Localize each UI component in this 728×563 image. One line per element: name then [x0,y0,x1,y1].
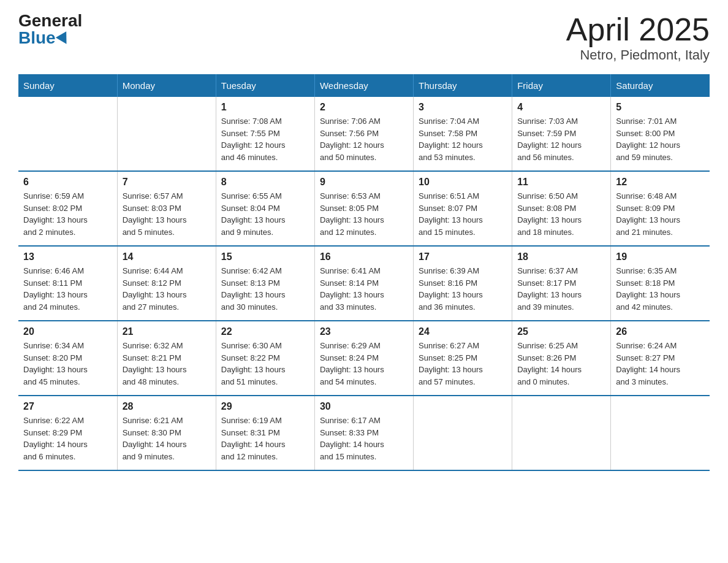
calendar-day: 25Sunrise: 6:25 AM Sunset: 8:26 PM Dayli… [512,321,611,396]
calendar-day: 19Sunrise: 6:35 AM Sunset: 8:18 PM Dayli… [611,246,710,321]
calendar-day: 18Sunrise: 6:37 AM Sunset: 8:17 PM Dayli… [512,246,611,321]
col-saturday: Saturday [611,74,710,97]
calendar-day [117,97,216,171]
col-monday: Monday [117,74,216,97]
day-number: 27 [23,401,112,412]
calendar-day: 21Sunrise: 6:32 AM Sunset: 8:21 PM Dayli… [117,321,216,396]
calendar-header: Sunday Monday Tuesday Wednesday Thursday… [18,74,710,97]
day-number: 20 [23,326,112,337]
day-detail: Sunrise: 6:34 AM Sunset: 8:20 PM Dayligh… [23,340,112,388]
calendar-day: 17Sunrise: 6:39 AM Sunset: 8:16 PM Dayli… [414,246,512,321]
day-number: 19 [616,251,705,262]
calendar-week-4: 20Sunrise: 6:34 AM Sunset: 8:20 PM Dayli… [18,321,710,396]
calendar-day: 6Sunrise: 6:59 AM Sunset: 8:02 PM Daylig… [18,171,117,246]
calendar-day: 8Sunrise: 6:55 AM Sunset: 8:04 PM Daylig… [216,171,314,246]
day-detail: Sunrise: 6:30 AM Sunset: 8:22 PM Dayligh… [221,340,309,388]
logo-triangle-icon [56,31,72,47]
calendar-day [18,97,117,171]
day-detail: Sunrise: 7:06 AM Sunset: 7:56 PM Dayligh… [320,115,408,163]
calendar-day: 14Sunrise: 6:44 AM Sunset: 8:12 PM Dayli… [117,246,216,321]
day-detail: Sunrise: 7:08 AM Sunset: 7:55 PM Dayligh… [221,115,309,163]
day-number: 14 [123,251,211,262]
logo: General Blue [18,12,82,47]
day-number: 22 [221,326,309,337]
calendar-week-3: 13Sunrise: 6:46 AM Sunset: 8:11 PM Dayli… [18,246,710,321]
day-detail: Sunrise: 6:39 AM Sunset: 8:16 PM Dayligh… [419,265,507,313]
calendar-day: 27Sunrise: 6:22 AM Sunset: 8:29 PM Dayli… [18,396,117,470]
day-detail: Sunrise: 6:27 AM Sunset: 8:25 PM Dayligh… [419,340,507,388]
day-number: 30 [320,401,408,412]
calendar-day: 1Sunrise: 7:08 AM Sunset: 7:55 PM Daylig… [216,97,314,171]
calendar-day: 13Sunrise: 6:46 AM Sunset: 8:11 PM Dayli… [18,246,117,321]
day-number: 11 [517,177,605,188]
day-number: 25 [517,326,605,337]
day-detail: Sunrise: 6:35 AM Sunset: 8:18 PM Dayligh… [616,265,705,313]
day-number: 12 [616,177,705,188]
day-number: 24 [419,326,507,337]
col-tuesday: Tuesday [216,74,314,97]
day-number: 17 [419,251,507,262]
calendar-day: 15Sunrise: 6:42 AM Sunset: 8:13 PM Dayli… [216,246,314,321]
logo-general-text: General [18,12,82,29]
day-detail: Sunrise: 6:46 AM Sunset: 8:11 PM Dayligh… [23,265,112,313]
calendar-day: 28Sunrise: 6:21 AM Sunset: 8:30 PM Dayli… [117,396,216,470]
calendar-day: 3Sunrise: 7:04 AM Sunset: 7:58 PM Daylig… [414,97,512,171]
day-detail: Sunrise: 6:21 AM Sunset: 8:30 PM Dayligh… [123,415,211,462]
day-detail: Sunrise: 6:44 AM Sunset: 8:12 PM Dayligh… [123,265,211,313]
day-number: 26 [616,326,705,337]
calendar-day: 22Sunrise: 6:30 AM Sunset: 8:22 PM Dayli… [216,321,314,396]
day-number: 5 [616,102,705,113]
day-detail: Sunrise: 6:51 AM Sunset: 8:07 PM Dayligh… [419,190,507,238]
day-number: 13 [23,251,112,262]
day-number: 16 [320,251,408,262]
calendar-body: 1Sunrise: 7:08 AM Sunset: 7:55 PM Daylig… [18,97,710,470]
logo-blue-text: Blue [18,29,70,47]
calendar-day: 30Sunrise: 6:17 AM Sunset: 8:33 PM Dayli… [314,396,413,470]
day-number: 2 [320,102,408,113]
day-detail: Sunrise: 6:42 AM Sunset: 8:13 PM Dayligh… [221,265,309,313]
day-detail: Sunrise: 6:41 AM Sunset: 8:14 PM Dayligh… [320,265,408,313]
calendar-day: 2Sunrise: 7:06 AM Sunset: 7:56 PM Daylig… [314,97,413,171]
day-number: 10 [419,177,507,188]
calendar-day: 23Sunrise: 6:29 AM Sunset: 8:24 PM Dayli… [314,321,413,396]
day-number: 15 [221,251,309,262]
day-detail: Sunrise: 6:57 AM Sunset: 8:03 PM Dayligh… [123,190,211,238]
col-sunday: Sunday [18,74,117,97]
day-detail: Sunrise: 6:50 AM Sunset: 8:08 PM Dayligh… [517,190,605,238]
calendar-subtitle: Netro, Piedmont, Italy [566,47,710,63]
calendar-day: 4Sunrise: 7:03 AM Sunset: 7:59 PM Daylig… [512,97,611,171]
day-detail: Sunrise: 7:01 AM Sunset: 8:00 PM Dayligh… [616,115,705,163]
day-number: 28 [123,401,211,412]
day-number: 7 [123,177,211,188]
day-detail: Sunrise: 6:32 AM Sunset: 8:21 PM Dayligh… [123,340,211,388]
calendar-week-5: 27Sunrise: 6:22 AM Sunset: 8:29 PM Dayli… [18,396,710,470]
calendar-day: 10Sunrise: 6:51 AM Sunset: 8:07 PM Dayli… [414,171,512,246]
calendar-day [611,396,710,470]
day-detail: Sunrise: 6:17 AM Sunset: 8:33 PM Dayligh… [320,415,408,462]
calendar-table: Sunday Monday Tuesday Wednesday Thursday… [18,74,710,471]
calendar-day: 20Sunrise: 6:34 AM Sunset: 8:20 PM Dayli… [18,321,117,396]
col-thursday: Thursday [414,74,512,97]
calendar-day: 26Sunrise: 6:24 AM Sunset: 8:27 PM Dayli… [611,321,710,396]
day-number: 1 [221,102,309,113]
day-number: 23 [320,326,408,337]
calendar-title: April 2025 [566,12,710,47]
col-friday: Friday [512,74,611,97]
day-number: 21 [123,326,211,337]
day-number: 29 [221,401,309,412]
day-detail: Sunrise: 6:55 AM Sunset: 8:04 PM Dayligh… [221,190,309,238]
calendar-day: 12Sunrise: 6:48 AM Sunset: 8:09 PM Dayli… [611,171,710,246]
calendar-day: 16Sunrise: 6:41 AM Sunset: 8:14 PM Dayli… [314,246,413,321]
day-number: 4 [517,102,605,113]
calendar-day: 7Sunrise: 6:57 AM Sunset: 8:03 PM Daylig… [117,171,216,246]
calendar-day [512,396,611,470]
day-number: 8 [221,177,309,188]
calendar-day: 29Sunrise: 6:19 AM Sunset: 8:31 PM Dayli… [216,396,314,470]
day-detail: Sunrise: 6:48 AM Sunset: 8:09 PM Dayligh… [616,190,705,238]
title-block: April 2025 Netro, Piedmont, Italy [566,12,710,63]
calendar-week-2: 6Sunrise: 6:59 AM Sunset: 8:02 PM Daylig… [18,171,710,246]
calendar-day: 5Sunrise: 7:01 AM Sunset: 8:00 PM Daylig… [611,97,710,171]
calendar-day: 11Sunrise: 6:50 AM Sunset: 8:08 PM Dayli… [512,171,611,246]
day-detail: Sunrise: 6:59 AM Sunset: 8:02 PM Dayligh… [23,190,112,238]
calendar-day [414,396,512,470]
